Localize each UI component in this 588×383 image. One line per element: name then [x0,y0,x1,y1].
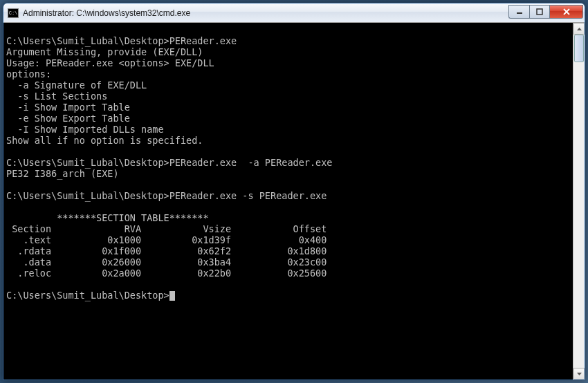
output-line: options: [6,68,51,80]
output-line: -s List Sections [6,91,107,102]
output-line: PE32 I386_arch (EXE) [6,168,119,179]
output-line: -i Show Import Table [6,102,130,113]
prompt-line: C:\Users\Sumit_Lubal\Desktop>PEReader.ex… [6,157,332,168]
output-line: -I Show Imported DLLs name [6,124,164,135]
window-title: Administrator: C:\windows\system32\cmd.e… [23,8,508,18]
minimize-button[interactable] [508,5,529,19]
cursor [169,291,175,301]
maximize-button[interactable] [529,5,550,19]
output-line: -e Show Export Table [6,113,130,124]
close-button[interactable] [550,5,583,19]
table-row: .text 0x1000 0x1d39f 0x400 [6,234,327,245]
titlebar[interactable]: C:\ Administrator: C:\windows\system32\c… [3,3,585,23]
scroll-down-button[interactable] [573,368,585,380]
output-line: *******SECTION TABLE******* [6,212,209,223]
table-header: Section RVA Vsize Offset [6,223,327,234]
svg-rect-1 [537,9,542,15]
vertical-scrollbar[interactable] [573,23,585,380]
output-line: Argument Missing, provide (EXE/DLL) [6,46,203,57]
terminal-output[interactable]: C:\Users\Sumit_Lubal\Desktop>PEReader.ex… [3,23,573,380]
svg-rect-0 [517,12,522,14]
table-row: .rdata 0x1f000 0x62f2 0x1d800 [6,245,327,256]
prompt-line: C:\Users\Sumit_Lubal\Desktop> [6,290,169,301]
output-line: -a Signature of EXE/DLL [6,80,147,91]
output-line: Show all if no option is specified. [6,135,203,146]
window-controls [508,5,583,19]
cmd-icon: C:\ [8,8,19,18]
prompt-line: C:\Users\Sumit_Lubal\Desktop>PEReader.ex… [6,190,327,201]
output-line: Usage: PEReader.exe <options> EXE/DLL [6,57,214,68]
scroll-up-button[interactable] [573,23,585,35]
scrollbar-thumb[interactable] [574,35,584,62]
terminal-container: C:\Users\Sumit_Lubal\Desktop>PEReader.ex… [3,23,585,380]
cmd-window: C:\ Administrator: C:\windows\system32\c… [3,3,585,380]
table-row: .reloc 0x2a000 0x22b0 0x25600 [6,268,327,279]
scrollbar-track[interactable] [573,35,585,368]
table-row: .data 0x26000 0x3ba4 0x23c00 [6,256,327,268]
prompt-line: C:\Users\Sumit_Lubal\Desktop>PEReader.ex… [6,35,237,46]
